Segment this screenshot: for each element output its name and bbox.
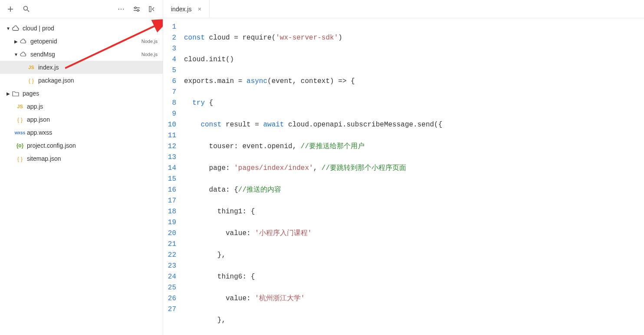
- tree-label: project.config.json: [27, 142, 159, 149]
- js-file-icon: JS: [16, 104, 24, 109]
- nodejs-badge: Node.js: [141, 52, 158, 57]
- json-file-icon: { }: [16, 116, 24, 123]
- wxss-file-icon: wxss: [16, 130, 24, 135]
- tree-index-js[interactable]: JS index.js: [0, 61, 163, 74]
- tree-label: sendMsg: [30, 51, 141, 58]
- file-explorer: ▼ cloud | prod ▶ getopenid Node.js ▼ sen…: [0, 18, 163, 335]
- collapse-panel-button[interactable]: [145, 2, 159, 16]
- nodejs-badge: Node.js: [141, 39, 158, 44]
- sidebar-toolbar: ⋯: [0, 0, 163, 18]
- tree-label: pages: [23, 90, 159, 97]
- tree-sitemap-json[interactable]: { } sitemap.json: [0, 152, 163, 165]
- tree-label: app.json: [27, 116, 159, 123]
- tree-package-json[interactable]: { } package.json: [0, 74, 163, 87]
- settings-toggle-button[interactable]: [130, 2, 144, 16]
- code-editor[interactable]: 1234567891011121314151617181920212223242…: [163, 18, 644, 335]
- js-file-icon: JS: [27, 65, 36, 70]
- plus-icon: [7, 6, 13, 12]
- close-icon[interactable]: ×: [197, 5, 201, 13]
- tree-getopenid[interactable]: ▶ getopenid Node.js: [0, 35, 163, 48]
- svg-point-2: [137, 10, 139, 11]
- cloud-icon: [19, 39, 28, 44]
- chevron-right-icon: ▶: [5, 91, 11, 96]
- json-file-icon: { }: [27, 77, 36, 84]
- svg-point-0: [23, 7, 27, 10]
- tree-root-cloud[interactable]: ▼ cloud | prod: [0, 22, 163, 35]
- more-button[interactable]: ⋯: [114, 2, 128, 16]
- ellipsis-icon: ⋯: [118, 5, 125, 13]
- chevron-down-icon: ▼: [13, 52, 19, 57]
- tree-label: sitemap.json: [27, 155, 159, 162]
- json-file-icon: { }: [16, 156, 24, 162]
- tree-label: app.wxss: [27, 129, 159, 136]
- tree-app-js[interactable]: JS app.js: [0, 100, 163, 113]
- tree-label: app.js: [27, 103, 159, 110]
- tree-app-json[interactable]: { } app.json: [0, 113, 163, 126]
- search-button[interactable]: [19, 2, 33, 16]
- topbar: ⋯ index.js ×: [0, 0, 644, 18]
- tree-label: package.json: [38, 77, 159, 84]
- tree-label: getopenid: [30, 38, 141, 45]
- cloud-icon: [19, 52, 28, 57]
- tree-label: cloud | prod: [23, 25, 159, 32]
- cloud-folder-icon: [11, 25, 20, 31]
- tree-app-wxss[interactable]: wxss app.wxss: [0, 126, 163, 139]
- panel-collapse-icon: [149, 6, 156, 12]
- tree-label: index.js: [38, 64, 159, 71]
- sliders-icon: [133, 6, 140, 12]
- chevron-down-icon: ▼: [5, 26, 11, 31]
- folder-icon: [11, 91, 20, 96]
- config-file-icon: {o}: [16, 143, 24, 149]
- tree-project-config[interactable]: {o} project.config.json: [0, 139, 163, 152]
- new-file-button[interactable]: [3, 2, 17, 16]
- tab-label: index.js: [171, 6, 191, 13]
- tab-index-js[interactable]: index.js ×: [163, 0, 210, 18]
- search-icon: [23, 6, 30, 12]
- svg-rect-3: [149, 7, 151, 12]
- line-gutter: 1234567891011121314151617181920212223242…: [163, 22, 184, 335]
- code-content[interactable]: const cloud = require('wx-server-sdk') c…: [184, 22, 644, 335]
- tree-sendmsg[interactable]: ▼ sendMsg Node.js: [0, 48, 163, 61]
- tree-pages[interactable]: ▶ pages: [0, 87, 163, 100]
- chevron-right-icon: ▶: [13, 39, 19, 44]
- svg-point-1: [135, 7, 136, 9]
